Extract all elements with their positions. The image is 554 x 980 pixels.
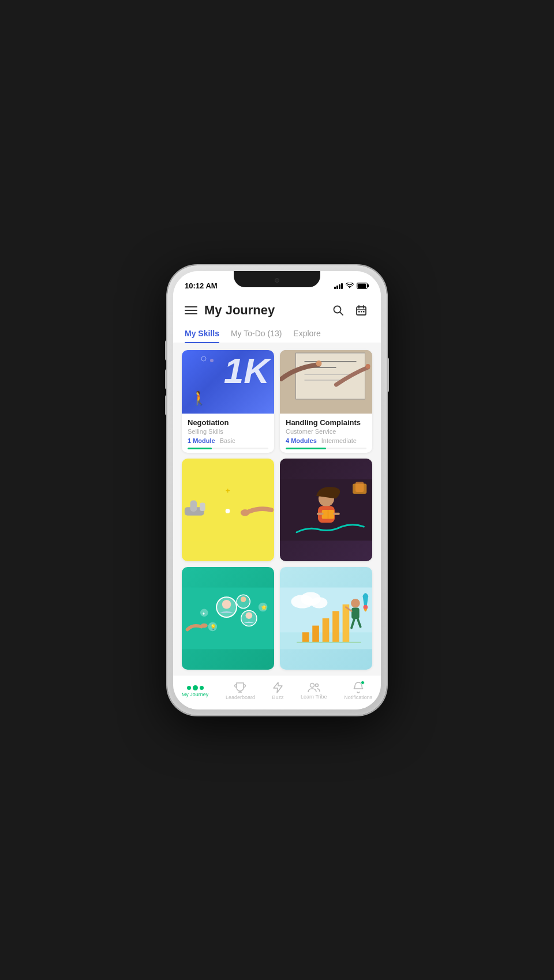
screen-content: My Journey — [173, 296, 381, 709]
card-negotiation[interactable]: 1K 🚶 Negotiation Selling Skil — [182, 350, 274, 453]
card-title: Negotiation — [188, 418, 268, 427]
svg-point-67 — [363, 604, 368, 609]
tab-my-todo[interactable]: My To-Do (13) — [231, 324, 282, 343]
svg-point-41 — [222, 600, 231, 609]
card-modules: 1 Module — [188, 437, 215, 444]
card-b2b-lead-generation[interactable]: 💡 ⭐ ♦ B2B Lead Generation Sales 3 — [182, 567, 274, 670]
nav-learn-tribe-label: Learn Tribe — [301, 694, 327, 700]
page-title: My Journey — [204, 303, 275, 318]
svg-point-13 — [210, 359, 214, 362]
nav-notifications-label: Notifications — [344, 694, 372, 700]
svg-line-4 — [340, 312, 343, 315]
svg-text:💡: 💡 — [210, 624, 216, 630]
svg-point-27 — [226, 509, 230, 513]
status-time: 10:12 AM — [185, 281, 218, 290]
search-button[interactable] — [330, 302, 346, 318]
svg-point-71 — [310, 684, 314, 688]
nav-my-journey[interactable]: My Journey — [177, 683, 214, 700]
card-code-of-conduct[interactable]: + Code of Conduct Compliance 2 Modules E… — [182, 459, 274, 561]
card-modules: 4 Modules — [286, 437, 317, 444]
battery-icon — [357, 283, 369, 289]
notch — [234, 271, 320, 287]
svg-rect-59 — [323, 618, 330, 643]
nav-notifications[interactable]: Notifications — [339, 679, 377, 703]
svg-rect-58 — [312, 625, 319, 642]
front-camera — [275, 278, 279, 283]
svg-rect-60 — [332, 611, 339, 642]
card-level: Basic — [220, 437, 235, 444]
svg-point-72 — [315, 684, 318, 687]
card-handling-complaints[interactable]: Handling Complaints Customer Service 4 M… — [280, 350, 372, 453]
nav-buzz-label: Buzz — [272, 694, 283, 700]
svg-rect-25 — [200, 502, 205, 511]
svg-point-26 — [241, 509, 250, 516]
svg-rect-61 — [343, 604, 350, 642]
cards-scroll-area[interactable]: 1K 🚶 Negotiation Selling Skil — [173, 343, 381, 675]
card-sales-force-crm[interactable]: Sales Force CRM CRM 1 Module Basic — [280, 459, 372, 561]
tab-explore[interactable]: Explore — [293, 324, 320, 343]
nav-leaderboard[interactable]: Leaderboard — [221, 679, 260, 703]
svg-rect-10 — [361, 311, 362, 313]
people-icon — [308, 682, 320, 693]
header-left: My Journey — [185, 303, 275, 318]
svg-text:+: + — [226, 486, 230, 494]
cards-grid: 1K 🚶 Negotiation Selling Skil — [182, 350, 372, 670]
svg-rect-24 — [190, 500, 197, 511]
card-level: Intermediate — [321, 437, 357, 444]
menu-button[interactable] — [185, 306, 197, 314]
svg-point-45 — [241, 596, 246, 602]
svg-point-43 — [246, 612, 253, 619]
svg-rect-1 — [358, 284, 366, 288]
svg-rect-15 — [296, 353, 365, 399]
svg-text:♦: ♦ — [203, 611, 205, 616]
wifi-icon — [346, 283, 354, 289]
card-category: Selling Skills — [188, 428, 268, 435]
svg-text:⭐: ⭐ — [261, 604, 267, 611]
header-right — [330, 302, 369, 318]
phone-frame: 10:12 AM — [167, 265, 387, 715]
bolt-icon — [272, 682, 283, 693]
svg-point-20 — [316, 361, 322, 366]
status-icons — [334, 283, 369, 289]
tab-my-skills[interactable]: My Skills — [185, 324, 219, 343]
card-progress-bar — [188, 448, 268, 449]
svg-rect-11 — [363, 311, 365, 313]
nav-my-journey-label: My Journey — [182, 692, 209, 697]
nav-leaderboard-label: Leaderboard — [226, 694, 255, 700]
nav-learn-tribe[interactable]: Learn Tribe — [296, 680, 332, 702]
card-increase-repeat-sales[interactable]: Increase Repeat Sales Sales 2 Modules Ba… — [280, 567, 372, 670]
card-progress-bar — [286, 448, 366, 449]
card-title: Handling Complaints — [286, 418, 366, 427]
bell-icon — [353, 682, 364, 693]
phone-screen: 10:12 AM — [173, 271, 381, 709]
calendar-button[interactable] — [353, 302, 369, 318]
nav-buzz[interactable]: Buzz — [267, 679, 288, 703]
svg-rect-57 — [302, 632, 309, 642]
svg-rect-9 — [358, 311, 360, 313]
journey-icon — [187, 685, 204, 690]
svg-point-12 — [201, 356, 206, 361]
header: My Journey — [173, 296, 381, 321]
card-category: Customer Service — [286, 428, 366, 435]
bottom-nav: My Journey Leaderboard — [173, 675, 381, 709]
svg-rect-63 — [351, 607, 360, 618]
svg-point-56 — [310, 597, 327, 608]
tabs-bar: My Skills My To-Do (13) Explore — [173, 324, 381, 343]
svg-point-62 — [351, 599, 360, 608]
trophy-icon — [234, 682, 246, 693]
signal-icon — [334, 283, 343, 289]
svg-rect-37 — [355, 482, 364, 491]
svg-point-39 — [201, 623, 208, 628]
svg-point-21 — [366, 364, 370, 369]
svg-rect-2 — [368, 284, 369, 287]
